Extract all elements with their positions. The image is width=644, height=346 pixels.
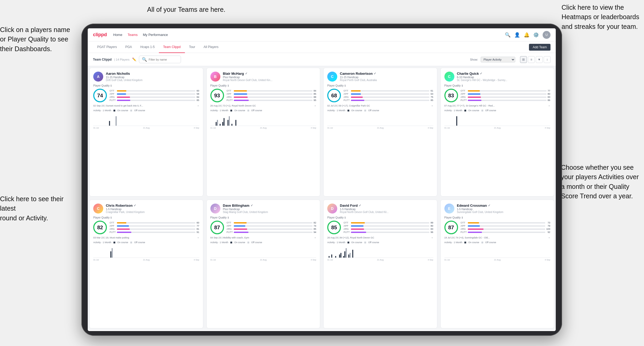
latest-round-arrow[interactable]: → (431, 236, 433, 239)
nav-performance[interactable]: My Performance (143, 33, 168, 37)
quality-info-icon[interactable]: ℹ (111, 84, 112, 87)
player-name[interactable]: Blair McHarg ✓ (223, 72, 316, 76)
settings-icon[interactable]: ⚙️ (533, 32, 539, 38)
chart-bar (222, 122, 223, 126)
stat-bar-ott-container (117, 222, 196, 223)
stat-bar-putt-container (468, 232, 545, 233)
quality-circle[interactable]: 87 (210, 221, 224, 234)
search-box[interactable]: 🔍 (139, 56, 181, 63)
player-card-aaron[interactable]: A Aaron Nicholls 11-15 Handicap Drift Go… (89, 68, 203, 196)
quality-info-icon[interactable]: ℹ (345, 216, 346, 219)
activity-label: Activity · 1 Month (444, 241, 463, 244)
chart-date-label: 21 Aug (377, 127, 384, 129)
player-handicap: 6-10 Handicap (457, 76, 550, 79)
quality-circle[interactable]: 82 (93, 221, 107, 234)
stat-value-app: 80 (548, 93, 550, 95)
tab-all-players[interactable]: All Players (199, 41, 223, 53)
latest-round-arrow[interactable]: → (548, 236, 550, 239)
add-team-button[interactable]: Add Team (529, 44, 550, 51)
latest-round-arrow[interactable]: → (431, 104, 433, 107)
brand-logo[interactable]: clippd (93, 32, 107, 38)
show-select[interactable]: Player Activity Quality Score Trend (481, 57, 515, 62)
latest-round[interactable]: 26 Aug 23 | 73 (+1), Royal North Devon G… (210, 104, 316, 107)
player-card-edward[interactable]: E Edward Crossman ✓ 1-5 Handicap Sunning… (440, 200, 554, 328)
latest-round[interactable]: 02 Jul 23 | 59 (+17), Craigmillar Park G… (327, 104, 433, 107)
player-card-blair[interactable]: B Blair McHarg ✓ Plus Handicap Royal Nor… (206, 68, 320, 196)
stat-label-app: APP (110, 93, 116, 95)
avatar[interactable]: U (543, 31, 550, 39)
latest-round[interactable]: 03 Mar 23 | 19, Must make putting → (93, 236, 199, 239)
activity-label: Activity · 1 Month (93, 109, 111, 112)
player-name[interactable]: Edward Crossman ✓ (457, 204, 550, 207)
tab-team-clippd[interactable]: Team Clippd (159, 41, 185, 53)
stat-bar-arg-container (468, 228, 545, 230)
quality-info-icon[interactable]: ℹ (462, 84, 463, 87)
latest-round-arrow[interactable]: → (314, 104, 316, 107)
stat-bar-ott (468, 90, 480, 92)
avatar-letter: D (327, 204, 337, 214)
latest-round[interactable]: 26 Aug 23 | 84 (+12), Royal North Devon … (327, 236, 433, 239)
player-info: David Ford ✓ 1-5 Handicap Royal North De… (340, 204, 433, 214)
latest-round[interactable]: 04 Sep 23 | Mobility with coach, Gym → (210, 236, 316, 239)
latest-round[interactable]: 07 Aug 23 | 77 (+7), St George's Hill GC… (444, 104, 550, 107)
bell-icon[interactable]: 🔔 (524, 32, 529, 38)
latest-round-arrow[interactable]: → (197, 104, 199, 107)
tab-hcaps[interactable]: Hcaps 1-5 (136, 41, 159, 53)
search-input[interactable] (149, 58, 180, 61)
player-name[interactable]: Aaron Nicholls (106, 72, 199, 76)
player-card-dave[interactable]: D Dave Billingham ✓ Plus Handicap Stag M… (206, 200, 320, 328)
player-card-chris[interactable]: C Chris Robertson ✓ 1-5 Handicap Craigmi… (89, 200, 203, 328)
latest-round-text: 26 Aug 23 | 84 (+12), Royal North Devon … (327, 236, 374, 239)
player-card-david[interactable]: D David Ford ✓ 1-5 Handicap Royal North … (323, 200, 437, 328)
stats-grid: OTT 82 APP 74 ARG 85 PUTT 94 (227, 221, 316, 233)
player-card-cameron[interactable]: C Cameron Robertson ✓ 11-15 Handicap Roy… (323, 68, 437, 196)
quality-row: 93 OTT 84 APP 85 ARG 88 PUTT 95 (210, 89, 316, 102)
quality-circle[interactable]: 93 (210, 89, 224, 102)
quality-info-icon[interactable]: ℹ (228, 216, 229, 219)
tab-pga[interactable]: PGA (121, 41, 136, 53)
chart-bar (350, 253, 351, 258)
latest-round[interactable]: 19 Jul 23 | 74 (+4), Sunningdale GC - Ol… (444, 236, 550, 239)
grid-view-button[interactable]: ⊞ (520, 56, 527, 63)
nav-home[interactable]: Home (113, 33, 122, 37)
verified-icon: ✓ (134, 204, 136, 207)
latest-round[interactable]: 02 Sep 23 | Sunset round to get back int… (93, 104, 199, 107)
player-name[interactable]: David Ford ✓ (340, 204, 433, 207)
on-course-label: On course (234, 109, 245, 112)
nav-teams[interactable]: Teams (128, 33, 138, 37)
filter-button[interactable]: ▼ (536, 56, 543, 63)
latest-round-arrow[interactable]: → (548, 104, 550, 107)
search-icon-small: 🔍 (142, 57, 147, 62)
stat-bar-app-container (351, 225, 430, 227)
quality-circle[interactable]: 85 (327, 221, 341, 234)
stat-value-arg: 83 (430, 228, 433, 230)
player-name[interactable]: Charlie Quick ✓ (457, 72, 550, 76)
list-view-button[interactable]: ≡ (528, 56, 535, 63)
edit-icon[interactable]: ✏️ (132, 57, 136, 61)
latest-round-arrow[interactable]: → (197, 236, 199, 239)
quality-circle[interactable]: 83 (444, 89, 458, 102)
chart-labels: 31 Jul21 Aug4 Sep (327, 259, 433, 261)
tab-tour[interactable]: Tour (185, 41, 199, 53)
player-info: Cameron Robertson ✓ 11-15 Handicap Royal… (340, 72, 433, 82)
search-icon[interactable]: 🔍 (505, 32, 511, 38)
player-name[interactable]: Chris Robertson ✓ (106, 204, 199, 207)
sort-button[interactable]: ↕ (544, 56, 550, 63)
quality-circle[interactable]: 87 (444, 221, 458, 234)
player-header: E Edward Crossman ✓ 1-5 Handicap Sunning… (444, 204, 550, 214)
player-name[interactable]: Cameron Robertson ✓ (340, 72, 433, 76)
quality-label: Player Quality ℹ (210, 84, 316, 87)
latest-round-arrow[interactable]: → (314, 236, 316, 239)
quality-info-icon[interactable]: ℹ (111, 216, 112, 219)
player-card-charlie[interactable]: C Charlie Quick ✓ 6-10 Handicap St. Geor… (440, 68, 554, 196)
quality-circle[interactable]: 68 (327, 89, 341, 102)
user-icon[interactable]: 👤 (514, 32, 520, 38)
quality-info-icon[interactable]: ℹ (345, 84, 346, 87)
quality-info-icon[interactable]: ℹ (462, 216, 463, 219)
chart-date-label: 21 Aug (143, 259, 150, 261)
stat-value-putt: 91 (196, 231, 199, 233)
tab-pgat-players[interactable]: PGAT Players (93, 41, 121, 53)
quality-circle[interactable]: 74 (93, 89, 107, 102)
player-name[interactable]: Dave Billingham ✓ (223, 204, 316, 207)
quality-info-icon[interactable]: ℹ (228, 84, 229, 87)
